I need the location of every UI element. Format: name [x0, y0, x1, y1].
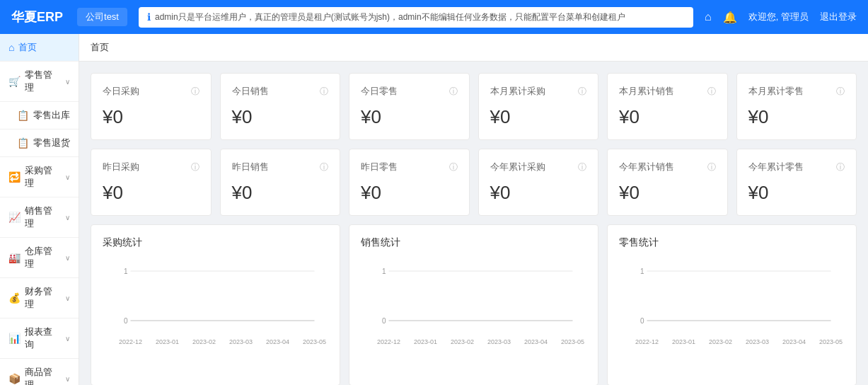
stat-info-icon-year-sales[interactable]: ⓘ: [707, 161, 716, 173]
sidebar-item-retail-out[interactable]: 📋 零售出库: [0, 102, 79, 130]
main-content: 首页 今日采购 ⓘ ¥0 今日销售 ⓘ ¥0 今日零售 ⓘ ¥0: [79, 34, 868, 385]
chevron-icon-finance: ∨: [65, 294, 70, 302]
svg-text:2023-01: 2023-01: [672, 338, 695, 345]
stat-title-yesterday-retail: 昨日零售: [361, 161, 398, 173]
home-icon: ⌂: [8, 42, 14, 53]
stat-header-year-purchase: 今年累计采购 ⓘ: [490, 161, 587, 173]
stat-info-icon-year-purchase[interactable]: ⓘ: [578, 161, 586, 173]
stat-title-year-purchase: 今年累计采购: [490, 161, 545, 173]
stat-card-today-purchase: 今日采购 ⓘ ¥0: [91, 73, 212, 140]
notice-bar: ℹ admin只是平台运维用户，真正的管理员是租户(测试账号为jsh)，admi…: [139, 7, 693, 28]
stats-row-1: 今日采购 ⓘ ¥0 今日销售 ⓘ ¥0 今日零售 ⓘ ¥0 本月累计采购 ⓘ ¥…: [91, 73, 857, 140]
chart-area-sales-chart: 1 0 2022-122023-012023-022023-032023-042…: [361, 260, 586, 374]
main-layout: ⌂ 首页 🛒 零售管理 ∨ 📋 零售出库 📋 零售退货 🔁 采购管理 ∨ 📈 销…: [0, 34, 868, 385]
info-icon: ℹ: [147, 11, 151, 23]
svg-text:2023-02: 2023-02: [709, 338, 732, 345]
stat-header-month-sales: 本月累计销售 ⓘ: [619, 85, 716, 98]
stat-header-month-retail: 本月累计零售 ⓘ: [748, 85, 845, 98]
stat-card-year-sales: 今年累计销售 ⓘ ¥0: [607, 149, 728, 216]
sidebar-label-purchase: 采购管理: [25, 164, 61, 190]
svg-text:2022-12: 2022-12: [377, 338, 400, 345]
retail-out-icon: 📋: [17, 110, 29, 121]
svg-text:2023-04: 2023-04: [524, 338, 548, 345]
svg-text:2023-05: 2023-05: [561, 338, 584, 345]
stat-info-icon-month-retail[interactable]: ⓘ: [836, 86, 845, 98]
stat-header-today-purchase: 今日采购 ⓘ: [103, 85, 199, 98]
sidebar-item-purchase[interactable]: 🔁 采购管理 ∨: [0, 157, 79, 197]
sidebar-item-sales[interactable]: 📈 销售管理 ∨: [0, 197, 79, 238]
chart-card-sales-chart: 销售统计 1 0 2022-122023-012023-022023-03202…: [349, 224, 598, 385]
home-icon[interactable]: ⌂: [705, 11, 712, 23]
stat-header-month-purchase: 本月累计采购 ⓘ: [490, 85, 587, 98]
sidebar-item-report[interactable]: 📊 报表查询 ∨: [0, 318, 79, 359]
svg-text:1: 1: [382, 268, 386, 275]
stat-info-icon-year-retail[interactable]: ⓘ: [836, 161, 845, 173]
sidebar-label-retail-out: 零售出库: [33, 109, 70, 122]
company-name[interactable]: 公司test: [77, 8, 127, 26]
stat-value-year-retail: ¥0: [748, 182, 845, 204]
stat-card-month-purchase: 本月累计采购 ⓘ ¥0: [478, 73, 599, 140]
stat-info-icon-yesterday-retail[interactable]: ⓘ: [449, 161, 458, 173]
svg-text:2022-12: 2022-12: [119, 338, 142, 345]
sidebar-item-home[interactable]: ⌂ 首页: [0, 34, 79, 62]
report-icon: 📊: [8, 333, 21, 344]
svg-text:2023-05: 2023-05: [303, 338, 326, 345]
sidebar-item-finance[interactable]: 💰 财务管理 ∨: [0, 278, 79, 318]
stat-value-yesterday-purchase: ¥0: [103, 182, 199, 204]
stat-header-yesterday-retail: 昨日零售 ⓘ: [361, 161, 458, 173]
stat-header-today-sales: 今日销售 ⓘ: [232, 85, 329, 98]
breadcrumb: 首页: [79, 34, 868, 62]
svg-text:2023-03: 2023-03: [746, 338, 769, 345]
svg-text:2023-03: 2023-03: [229, 338, 253, 345]
stat-title-today-sales: 今日销售: [232, 85, 269, 98]
stat-info-icon-yesterday-purchase[interactable]: ⓘ: [191, 161, 199, 173]
bell-icon[interactable]: 🔔: [723, 11, 737, 24]
chevron-icon-retail: ∨: [65, 78, 70, 86]
stat-card-yesterday-retail: 昨日零售 ⓘ ¥0: [349, 149, 470, 216]
sidebar-label-warehouse: 仓库管理: [25, 245, 61, 270]
stat-info-icon-yesterday-sales[interactable]: ⓘ: [320, 161, 328, 173]
sidebar-label-finance: 财务管理: [25, 285, 61, 311]
stat-header-yesterday-sales: 昨日销售 ⓘ: [232, 161, 329, 173]
chevron-icon-goods: ∨: [65, 375, 70, 383]
stat-card-yesterday-purchase: 昨日采购 ⓘ ¥0: [91, 149, 212, 216]
stat-value-year-purchase: ¥0: [490, 182, 587, 204]
svg-text:2023-05: 2023-05: [819, 338, 843, 345]
stat-info-icon-month-sales[interactable]: ⓘ: [707, 86, 716, 98]
stat-value-month-sales: ¥0: [619, 106, 716, 128]
stat-info-icon-today-retail[interactable]: ⓘ: [449, 86, 458, 98]
chevron-icon-purchase: ∨: [65, 173, 70, 181]
svg-text:2023-04: 2023-04: [782, 338, 806, 345]
svg-text:2023-02: 2023-02: [192, 338, 216, 345]
svg-text:0: 0: [640, 317, 644, 325]
stat-info-icon-month-purchase[interactable]: ⓘ: [578, 86, 586, 98]
sidebar-label-retail: 零售管理: [25, 69, 61, 94]
svg-text:0: 0: [382, 317, 386, 325]
sidebar-item-retail-return[interactable]: 📋 零售退货: [0, 130, 79, 157]
stat-title-year-sales: 今年累计销售: [619, 161, 674, 173]
sidebar-label-retail-return: 零售退货: [33, 137, 70, 149]
stat-title-yesterday-purchase: 昨日采购: [103, 161, 139, 173]
sidebar-label-home: 首页: [18, 41, 37, 54]
logout-button[interactable]: 退出登录: [820, 11, 857, 23]
stat-info-icon-today-sales[interactable]: ⓘ: [320, 86, 328, 98]
stat-info-icon-today-purchase[interactable]: ⓘ: [191, 86, 199, 98]
sidebar-label-sales: 销售管理: [25, 205, 61, 230]
dashboard: 今日采购 ⓘ ¥0 今日销售 ⓘ ¥0 今日零售 ⓘ ¥0 本月累计采购 ⓘ ¥…: [79, 62, 868, 385]
stat-value-yesterday-sales: ¥0: [232, 182, 329, 204]
sales-icon: 📈: [8, 212, 21, 223]
finance-icon: 💰: [8, 292, 21, 304]
stat-value-yesterday-retail: ¥0: [361, 182, 458, 204]
stat-card-month-retail: 本月累计零售 ⓘ ¥0: [736, 73, 857, 140]
svg-text:1: 1: [640, 268, 644, 275]
chart-svg: 1 0 2022-122023-012023-022023-032023-042…: [361, 260, 586, 345]
chart-area-retail-chart: 1 0 2022-122023-012023-022023-032023-042…: [619, 260, 845, 374]
stat-value-month-purchase: ¥0: [490, 106, 587, 128]
sidebar-item-retail[interactable]: 🛒 零售管理 ∨: [0, 62, 79, 102]
sidebar-item-goods[interactable]: 📦 商品管理 ∨: [0, 359, 79, 385]
sidebar-item-warehouse[interactable]: 🏭 仓库管理 ∨: [0, 238, 79, 278]
sidebar-label-report: 报表查询: [25, 326, 61, 351]
header: 华夏ERP 公司test ℹ admin只是平台运维用户，真正的管理员是租户(测…: [0, 0, 868, 34]
header-right: ⌂ 🔔 欢迎您, 管理员 退出登录: [705, 11, 857, 24]
chart-svg: 1 0 2022-122023-012023-022023-032023-042…: [103, 260, 328, 345]
